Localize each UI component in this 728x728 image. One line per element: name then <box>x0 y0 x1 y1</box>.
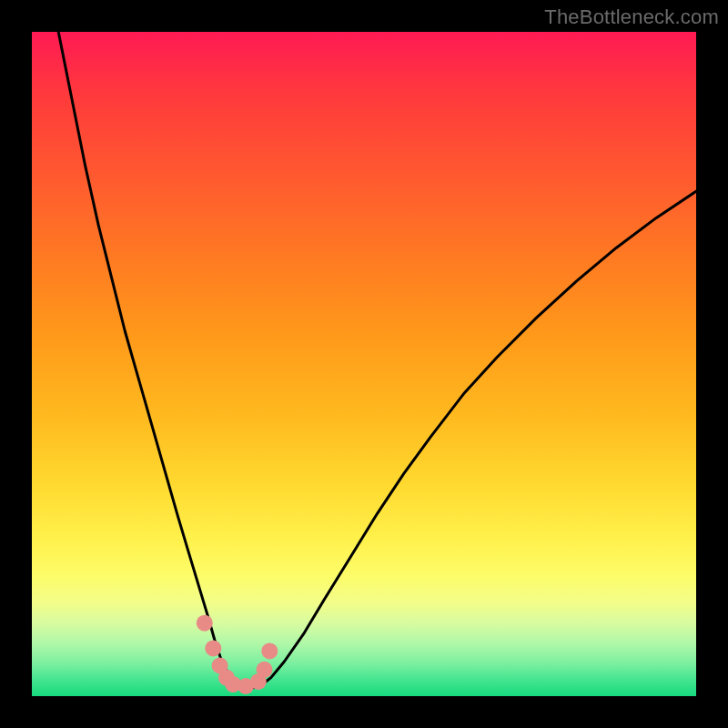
svg-point-8 <box>261 642 278 659</box>
chart-frame: TheBottleneck.com <box>0 0 728 728</box>
curve-line <box>58 32 696 688</box>
dip-markers <box>197 615 278 694</box>
svg-point-0 <box>197 615 213 632</box>
svg-point-1 <box>205 640 221 656</box>
chart-svg <box>32 32 696 696</box>
svg-point-7 <box>257 662 273 678</box>
watermark-text: TheBottleneck.com <box>544 5 719 29</box>
plot-area <box>32 32 696 696</box>
